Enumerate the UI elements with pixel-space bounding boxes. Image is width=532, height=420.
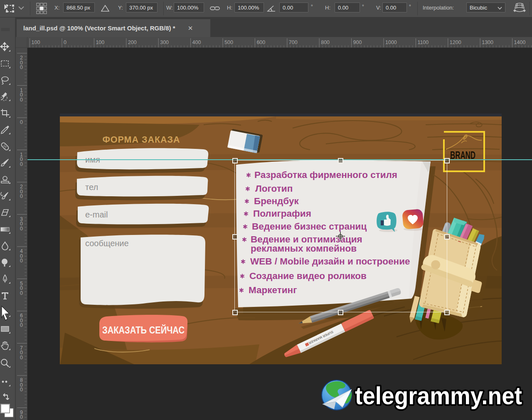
- svg-text:0: 0: [20, 119, 23, 125]
- svg-text:Логотип: Логотип: [255, 183, 293, 194]
- svg-text:сообщение: сообщение: [85, 239, 129, 248]
- svg-text:0: 0: [20, 193, 23, 199]
- svg-text:Разработка фирменного стиля: Разработка фирменного стиля: [254, 170, 397, 180]
- svg-text:рекламных компейнов: рекламных компейнов: [251, 243, 357, 254]
- svg-text:ЗАКАЗАТЬ СЕЙЧАС: ЗАКАЗАТЬ СЕЙЧАС: [102, 324, 185, 336]
- svg-text:0: 0: [20, 226, 23, 232]
- svg-text:0: 0: [20, 290, 23, 296]
- svg-text:1300: 1300: [482, 40, 493, 45]
- svg-text:600: 600: [256, 40, 265, 45]
- svg-text:Маркетинг: Маркетинг: [249, 285, 297, 295]
- svg-text:1000: 1000: [385, 40, 397, 45]
- svg-text:0: 0: [20, 97, 23, 103]
- svg-text:0: 0: [20, 258, 23, 264]
- svg-text:900: 900: [353, 40, 362, 45]
- svg-text:ФОРМА ЗАКАЗА: ФОРМА ЗАКАЗА: [102, 135, 180, 145]
- svg-text:Брендбук: Брендбук: [254, 196, 299, 206]
- svg-text:1100: 1100: [417, 40, 429, 45]
- svg-text:1400: 1400: [514, 40, 526, 45]
- svg-text:Полиграфия: Полиграфия: [253, 208, 311, 219]
- svg-text:0: 0: [64, 40, 66, 45]
- svg-text:0: 0: [20, 355, 23, 361]
- svg-text:0: 0: [20, 387, 23, 393]
- svg-text:e-mail: e-mail: [85, 210, 108, 219]
- svg-text:Создание видео роликов: Создание видео роликов: [249, 271, 367, 281]
- svg-text:1200: 1200: [450, 40, 461, 45]
- svg-text:telegrammy.net: telegrammy.net: [355, 382, 522, 410]
- svg-text:700: 700: [289, 40, 298, 45]
- svg-text:WEB / Mobile дизайн и построен: WEB / Mobile дизайн и построение: [250, 256, 410, 267]
- svg-text:500: 500: [224, 40, 233, 45]
- svg-text:Ведение бизнес страниц: Ведение бизнес страниц: [252, 221, 367, 232]
- svg-text:300: 300: [160, 40, 169, 45]
- svg-text:100: 100: [96, 40, 104, 45]
- svg-text:0: 0: [20, 64, 23, 70]
- svg-text:400: 400: [192, 40, 201, 45]
- svg-text:тел: тел: [85, 183, 98, 192]
- svg-text:200: 200: [128, 40, 137, 45]
- svg-text:0: 0: [20, 414, 23, 420]
- svg-text:0: 0: [20, 322, 23, 328]
- svg-text:800: 800: [321, 40, 330, 45]
- svg-text:0: 0: [20, 161, 23, 167]
- svg-text:100: 100: [32, 40, 40, 45]
